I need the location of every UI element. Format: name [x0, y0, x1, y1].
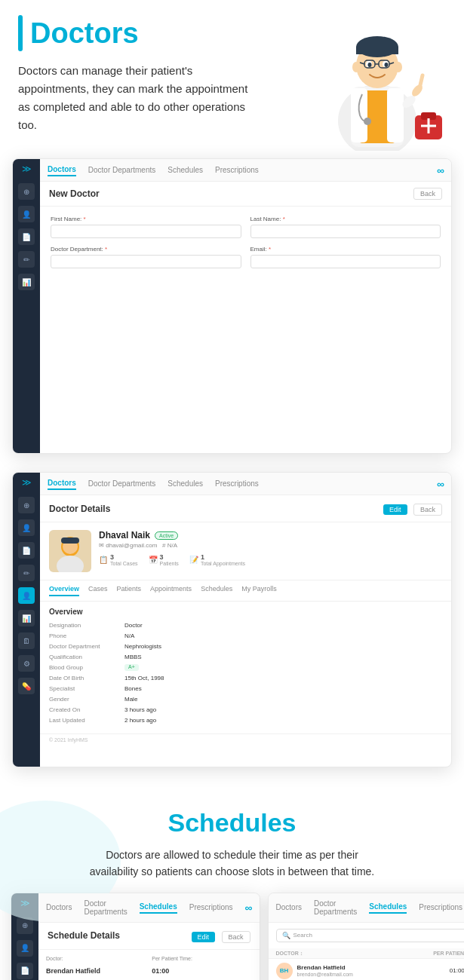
appointments-icon: 📝 — [189, 556, 198, 564]
subtab-cases[interactable]: Cases — [88, 585, 108, 596]
doctor-info: Dhaval Naik Active ✉ dhaval@gmail.com # … — [99, 530, 442, 566]
edit-button[interactable]: Edit — [383, 504, 407, 515]
tab-presc-4[interactable]: Prescriptions — [419, 902, 462, 913]
doctor-card: Dhaval Naik Active ✉ dhaval@gmail.com # … — [40, 522, 451, 580]
overview-row: Doctor DepartmentNephrologists — [49, 643, 442, 650]
back-button-2[interactable]: Back — [413, 504, 442, 516]
sidebar-arrow[interactable]: ≫ — [22, 164, 32, 174]
col-headers: DOCTOR ↕ PER PATIENT TIME — [269, 948, 464, 959]
sidebar-icon-2-5[interactable]: 👤 — [18, 587, 35, 604]
main-content-2: Doctors Doctor Departments Schedules Pre… — [40, 473, 451, 767]
overview-row: Blood GroupA+ — [49, 664, 442, 671]
col-time-header: PER PATIENT TIME — [413, 951, 464, 956]
search-bar[interactable]: 🔍 Search — [276, 929, 464, 942]
tab-sched-3[interactable]: Schedules — [140, 901, 177, 914]
form-row-2: Doctor Department: * Email: * — [51, 246, 441, 268]
overview-title: Overview — [49, 608, 442, 616]
input-lastname[interactable] — [250, 225, 441, 238]
subtab-schedules[interactable]: Schedules — [201, 585, 232, 596]
key-gender: Gender — [49, 696, 124, 703]
doctor-list-item-1[interactable]: BH Brendan Hatfield brendon@realtmail.co… — [269, 959, 464, 980]
tab-sched-4[interactable]: Schedules — [369, 901, 407, 914]
sidebar-arrow-2[interactable]: ≫ — [22, 477, 32, 488]
sidebar-icon-2-7[interactable]: 🗓 — [18, 632, 35, 649]
tab-dept-2[interactable]: Doctor Departments — [88, 478, 155, 489]
val-created: 3 hours ago — [124, 706, 156, 713]
overview-row: Last Updated2 hours ago — [49, 717, 442, 724]
sidebar-icon-2-6[interactable]: 📊 — [18, 610, 35, 626]
tab-doctors-1[interactable]: Doctors — [48, 164, 76, 176]
svg-rect-31 — [61, 537, 79, 544]
subtab-patients[interactable]: Patients — [117, 585, 142, 596]
tab-doctors-3[interactable]: Doctors — [46, 902, 72, 913]
tab-doctors-4[interactable]: Doctors — [276, 902, 302, 913]
sidebar-icon-2-1[interactable]: ⊕ — [18, 497, 35, 513]
input-email[interactable] — [250, 255, 441, 268]
stat-appointments: 📝 1 Total Appointments — [189, 553, 245, 566]
tab-dept-1[interactable]: Doctor Departments — [88, 164, 155, 176]
stat-patients-num: 3 — [160, 553, 164, 561]
doctor-text-1: Brendan Hatfield brendon@realtmail.com — [297, 964, 353, 977]
stat-appointments-num: 1 — [201, 553, 204, 561]
input-dept[interactable] — [51, 255, 241, 268]
sidebar-icon-1[interactable]: ⊕ — [18, 183, 35, 200]
tab-dept-3[interactable]: Doctor Departments — [84, 898, 127, 917]
doctor-illustration — [306, 4, 449, 151]
schedule-list-mockup: Doctors Doctor Departments Schedules Pre… — [268, 893, 464, 980]
back-button-1[interactable]: Back — [413, 188, 442, 200]
sidebar-icon-2-8[interactable]: ⚙ — [18, 655, 35, 672]
sidebar-icon-3[interactable]: 📄 — [18, 228, 35, 245]
svg-point-13 — [385, 63, 389, 67]
schedule-form-content: Doctors Doctor Departments Schedules Pre… — [38, 893, 260, 980]
tab-sched-2[interactable]: Schedules — [167, 478, 203, 489]
overview-row: DesignationDoctor — [49, 622, 442, 629]
subtab-appointments[interactable]: Appointments — [150, 585, 192, 596]
sidebar-icon-2-2[interactable]: 👤 — [18, 519, 35, 536]
back-sched-btn[interactable]: Back — [222, 931, 250, 943]
sidebar-icon-2-3[interactable]: 📄 — [18, 542, 35, 559]
search-input[interactable]: Search — [293, 932, 312, 939]
main-content-1: Doctors Doctor Departments Schedules Pre… — [40, 159, 451, 453]
page-header-2: Doctor Details Edit Back — [40, 495, 451, 522]
page-header-buttons: Edit Back — [383, 501, 442, 516]
schedule-mockups-row: ≫ ⊕ 👤 📄 ✏ 📊 🗓 Doctors Doctor Departments… — [0, 893, 464, 980]
patients-icon: 📅 — [149, 556, 158, 564]
schedule-mockup-inner-left: ≫ ⊕ 👤 📄 ✏ 📊 🗓 Doctors Doctor Departments… — [11, 893, 260, 980]
overview-row: QualificationMBBS — [49, 654, 442, 660]
subtab-overview[interactable]: Overview — [49, 585, 79, 596]
sidebar-icon-2-9[interactable]: 💊 — [18, 678, 35, 694]
sidebar-icon-2[interactable]: 👤 — [18, 206, 35, 222]
overview-row: PhoneN/A — [49, 632, 442, 639]
val-dept: Nephrologists — [124, 643, 161, 650]
page-header-btns-3: Edit Back — [192, 929, 250, 943]
sidebar-icon-5[interactable]: 📊 — [18, 274, 35, 290]
tab-presc-1[interactable]: Prescriptions — [215, 164, 259, 176]
input-firstname[interactable] — [51, 225, 241, 238]
sidebar-icon-4[interactable]: ✏ — [18, 251, 35, 268]
edit-sched-btn[interactable]: Edit — [192, 932, 216, 942]
key-phone: Phone — [49, 632, 124, 639]
tab-sched-1[interactable]: Schedules — [167, 164, 203, 176]
doctor-details-mockup: ≫ ⊕ 👤 📄 ✏ 👤 📊 🗓 ⚙ 💊 Doctors Doctor Depar… — [12, 472, 452, 767]
svg-point-9 — [395, 62, 402, 72]
sidebar-icon-3-3[interactable]: 📄 — [17, 963, 33, 979]
form-group-email: Email: * — [250, 246, 441, 268]
footer-1: © 2021 InfyHMS — [40, 733, 451, 746]
tab-dept-4[interactable]: Doctor Departments — [314, 898, 357, 917]
mockup-inner-2: ≫ ⊕ 👤 📄 ✏ 👤 📊 🗓 ⚙ 💊 Doctors Doctor Depar… — [13, 473, 451, 767]
subtab-payrolls[interactable]: My Payrolls — [241, 585, 277, 596]
doctor-stats: 📋 3 Total Cases 📅 3 Patients — [99, 553, 442, 566]
sidebar-icon-2-4[interactable]: ✏ — [18, 565, 35, 581]
stat-patients-label: Patients — [160, 561, 179, 566]
sidebar-1: ≫ ⊕ 👤 📄 ✏ 📊 — [13, 159, 40, 453]
stat-cases: 📋 3 Total Cases — [99, 553, 138, 566]
svg-rect-7 — [356, 47, 398, 54]
tab-doctors-2[interactable]: Doctors — [48, 477, 76, 490]
tab-presc-3[interactable]: Prescriptions — [189, 902, 233, 913]
stat-appointments-label: Total Appointments — [201, 561, 245, 566]
tab-presc-2[interactable]: Prescriptions — [215, 478, 259, 489]
page-header-3: Schedule Details Edit Back — [38, 923, 260, 950]
sidebar-icon-3-2[interactable]: 👤 — [17, 940, 33, 957]
key-designation: Designation — [49, 622, 124, 629]
page-title-2: Doctor Details — [49, 504, 110, 514]
